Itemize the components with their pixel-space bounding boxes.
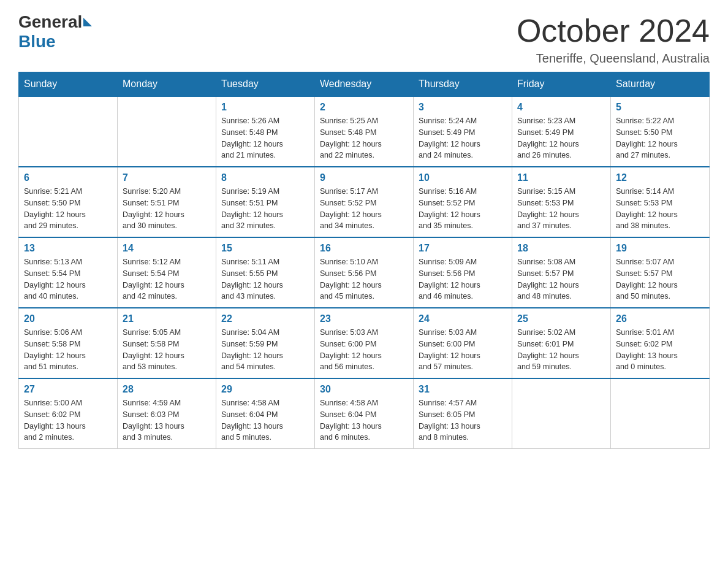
calendar-cell: 15Sunrise: 5:11 AMSunset: 5:55 PMDayligh… (216, 237, 315, 308)
day-info: Sunrise: 5:07 AMSunset: 5:57 PMDaylight:… (616, 256, 704, 302)
header-day-thursday: Thursday (414, 72, 512, 97)
day-info: Sunrise: 5:09 AMSunset: 5:56 PMDaylight:… (419, 256, 507, 302)
day-number: 6 (24, 172, 112, 183)
calendar-cell: 23Sunrise: 5:03 AMSunset: 6:00 PMDayligh… (315, 308, 414, 378)
calendar-cell: 25Sunrise: 5:02 AMSunset: 6:01 PMDayligh… (512, 308, 611, 378)
week-row-4: 20Sunrise: 5:06 AMSunset: 5:58 PMDayligh… (19, 308, 710, 378)
day-info: Sunrise: 5:22 AMSunset: 5:50 PMDaylight:… (616, 115, 704, 161)
day-number: 7 (123, 172, 211, 183)
logo-arrow-icon (83, 18, 92, 26)
day-number: 31 (419, 384, 507, 395)
day-info: Sunrise: 5:03 AMSunset: 6:00 PMDaylight:… (419, 327, 507, 373)
day-info: Sunrise: 5:20 AMSunset: 5:51 PMDaylight:… (123, 186, 211, 232)
day-info: Sunrise: 4:59 AMSunset: 6:03 PMDaylight:… (123, 397, 211, 443)
logo-general-text: General (18, 12, 82, 32)
calendar-cell: 27Sunrise: 5:00 AMSunset: 6:02 PMDayligh… (19, 378, 118, 449)
month-title: October 2024 (517, 12, 710, 49)
day-info: Sunrise: 5:26 AMSunset: 5:48 PMDaylight:… (221, 115, 309, 161)
day-info: Sunrise: 5:17 AMSunset: 5:52 PMDaylight:… (320, 186, 408, 232)
header-day-wednesday: Wednesday (315, 72, 414, 97)
calendar-cell: 31Sunrise: 4:57 AMSunset: 6:05 PMDayligh… (414, 378, 512, 449)
day-info: Sunrise: 5:19 AMSunset: 5:51 PMDaylight:… (221, 186, 309, 232)
day-number: 28 (123, 384, 211, 395)
day-info: Sunrise: 5:08 AMSunset: 5:57 PMDaylight:… (517, 256, 605, 302)
day-number: 3 (419, 102, 507, 113)
logo: General Blue (18, 12, 92, 52)
week-row-2: 6Sunrise: 5:21 AMSunset: 5:50 PMDaylight… (19, 167, 710, 237)
day-info: Sunrise: 5:16 AMSunset: 5:52 PMDaylight:… (419, 186, 507, 232)
calendar-cell: 26Sunrise: 5:01 AMSunset: 6:02 PMDayligh… (611, 308, 710, 378)
day-info: Sunrise: 4:57 AMSunset: 6:05 PMDaylight:… (419, 397, 507, 443)
calendar-cell: 11Sunrise: 5:15 AMSunset: 5:53 PMDayligh… (512, 167, 611, 237)
week-row-3: 13Sunrise: 5:13 AMSunset: 5:54 PMDayligh… (19, 237, 710, 308)
logo-blue-text: Blue (18, 32, 56, 52)
day-number: 17 (419, 243, 507, 254)
calendar-cell: 4Sunrise: 5:23 AMSunset: 5:49 PMDaylight… (512, 96, 611, 167)
day-number: 8 (221, 172, 309, 183)
day-number: 29 (221, 384, 309, 395)
calendar-cell: 17Sunrise: 5:09 AMSunset: 5:56 PMDayligh… (414, 237, 512, 308)
day-number: 22 (221, 313, 309, 324)
calendar-cell: 9Sunrise: 5:17 AMSunset: 5:52 PMDaylight… (315, 167, 414, 237)
day-info: Sunrise: 5:03 AMSunset: 6:00 PMDaylight:… (320, 327, 408, 373)
day-info: Sunrise: 4:58 AMSunset: 6:04 PMDaylight:… (320, 397, 408, 443)
day-info: Sunrise: 5:13 AMSunset: 5:54 PMDaylight:… (24, 256, 112, 302)
day-number: 21 (123, 313, 211, 324)
calendar-cell: 10Sunrise: 5:16 AMSunset: 5:52 PMDayligh… (414, 167, 512, 237)
day-number: 16 (320, 243, 408, 254)
day-number: 4 (517, 102, 605, 113)
day-info: Sunrise: 5:23 AMSunset: 5:49 PMDaylight:… (517, 115, 605, 161)
day-number: 10 (419, 172, 507, 183)
header-day-friday: Friday (512, 72, 611, 97)
day-info: Sunrise: 5:24 AMSunset: 5:49 PMDaylight:… (419, 115, 507, 161)
day-info: Sunrise: 5:02 AMSunset: 6:01 PMDaylight:… (517, 327, 605, 373)
day-info: Sunrise: 5:01 AMSunset: 6:02 PMDaylight:… (616, 327, 704, 373)
calendar-cell: 18Sunrise: 5:08 AMSunset: 5:57 PMDayligh… (512, 237, 611, 308)
day-info: Sunrise: 5:25 AMSunset: 5:48 PMDaylight:… (320, 115, 408, 161)
calendar-cell: 21Sunrise: 5:05 AMSunset: 5:58 PMDayligh… (118, 308, 216, 378)
header-day-tuesday: Tuesday (216, 72, 315, 97)
calendar-cell: 20Sunrise: 5:06 AMSunset: 5:58 PMDayligh… (19, 308, 118, 378)
day-info: Sunrise: 5:15 AMSunset: 5:53 PMDaylight:… (517, 186, 605, 232)
calendar-cell (611, 378, 710, 449)
calendar-cell: 30Sunrise: 4:58 AMSunset: 6:04 PMDayligh… (315, 378, 414, 449)
header-day-monday: Monday (118, 72, 216, 97)
day-number: 5 (616, 102, 704, 113)
calendar-cell (19, 96, 118, 167)
calendar-cell: 12Sunrise: 5:14 AMSunset: 5:53 PMDayligh… (611, 167, 710, 237)
calendar-cell: 7Sunrise: 5:20 AMSunset: 5:51 PMDaylight… (118, 167, 216, 237)
day-info: Sunrise: 5:04 AMSunset: 5:59 PMDaylight:… (221, 327, 309, 373)
header-row: SundayMondayTuesdayWednesdayThursdayFrid… (19, 72, 710, 97)
day-number: 25 (517, 313, 605, 324)
calendar-cell (118, 96, 216, 167)
calendar-cell: 22Sunrise: 5:04 AMSunset: 5:59 PMDayligh… (216, 308, 315, 378)
day-info: Sunrise: 5:05 AMSunset: 5:58 PMDaylight:… (123, 327, 211, 373)
day-info: Sunrise: 5:14 AMSunset: 5:53 PMDaylight:… (616, 186, 704, 232)
day-number: 27 (24, 384, 112, 395)
day-info: Sunrise: 5:21 AMSunset: 5:50 PMDaylight:… (24, 186, 112, 232)
day-number: 11 (517, 172, 605, 183)
calendar-cell: 6Sunrise: 5:21 AMSunset: 5:50 PMDaylight… (19, 167, 118, 237)
day-info: Sunrise: 5:10 AMSunset: 5:56 PMDaylight:… (320, 256, 408, 302)
calendar-cell: 5Sunrise: 5:22 AMSunset: 5:50 PMDaylight… (611, 96, 710, 167)
page-header: General Blue October 2024 Teneriffe, Que… (18, 12, 710, 66)
day-info: Sunrise: 4:58 AMSunset: 6:04 PMDaylight:… (221, 397, 309, 443)
calendar-cell: 13Sunrise: 5:13 AMSunset: 5:54 PMDayligh… (19, 237, 118, 308)
calendar-cell (512, 378, 611, 449)
day-number: 2 (320, 102, 408, 113)
day-info: Sunrise: 5:00 AMSunset: 6:02 PMDaylight:… (24, 397, 112, 443)
day-number: 15 (221, 243, 309, 254)
day-number: 18 (517, 243, 605, 254)
day-info: Sunrise: 5:12 AMSunset: 5:54 PMDaylight:… (123, 256, 211, 302)
calendar-cell: 28Sunrise: 4:59 AMSunset: 6:03 PMDayligh… (118, 378, 216, 449)
day-number: 23 (320, 313, 408, 324)
day-number: 19 (616, 243, 704, 254)
day-info: Sunrise: 5:11 AMSunset: 5:55 PMDaylight:… (221, 256, 309, 302)
calendar-cell: 1Sunrise: 5:26 AMSunset: 5:48 PMDaylight… (216, 96, 315, 167)
day-number: 30 (320, 384, 408, 395)
week-row-5: 27Sunrise: 5:00 AMSunset: 6:02 PMDayligh… (19, 378, 710, 449)
day-number: 9 (320, 172, 408, 183)
calendar-cell: 29Sunrise: 4:58 AMSunset: 6:04 PMDayligh… (216, 378, 315, 449)
calendar-cell: 2Sunrise: 5:25 AMSunset: 5:48 PMDaylight… (315, 96, 414, 167)
calendar-cell: 24Sunrise: 5:03 AMSunset: 6:00 PMDayligh… (414, 308, 512, 378)
